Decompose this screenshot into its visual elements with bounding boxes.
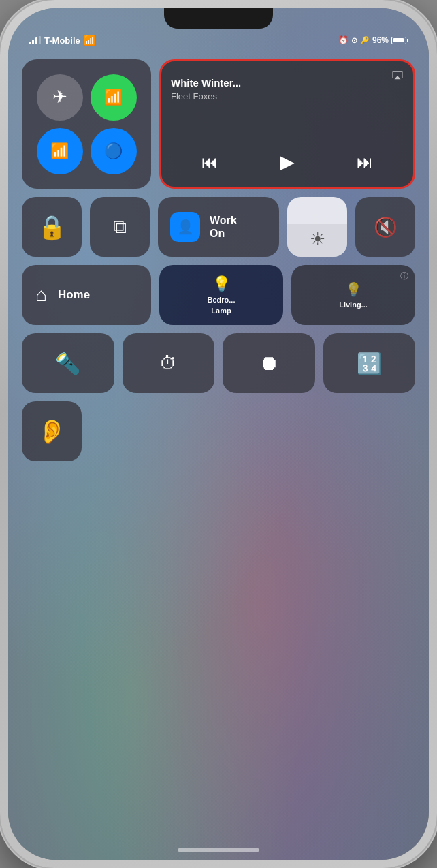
track-artist: Fleet Foxes xyxy=(171,91,404,102)
living-tile[interactable]: ⓘ 💡 Living... xyxy=(291,265,415,325)
airplane-icon: ✈ xyxy=(52,87,67,108)
airplane-mode-btn[interactable]: ✈ xyxy=(33,70,86,124)
prev-button[interactable]: ⏮ xyxy=(201,153,218,172)
battery-percent: 96% xyxy=(372,35,389,45)
screen-mirror-tile[interactable]: ⧉ xyxy=(90,197,150,257)
signal-bar-4 xyxy=(39,36,41,44)
screen-lock-tile[interactable]: 🔒 xyxy=(22,197,82,257)
screen-lock-icon: 🔒 xyxy=(37,213,66,241)
flashlight-tile[interactable]: 🔦 xyxy=(22,333,114,393)
row-2: 🔒 ⧉ 👤 Work On xyxy=(22,197,415,257)
home-tile[interactable]: ⌂ Home xyxy=(22,265,151,325)
phone-screen: T-Mobile 📶 ⏰ ⊙ 🔑 96% xyxy=(8,8,429,860)
control-center: ✈ 📶 📶 🔵 xyxy=(22,59,415,461)
airplane-circle: ✈ xyxy=(37,74,83,121)
location-icon: ⊙ xyxy=(351,36,357,45)
hearing-icon: 👂 xyxy=(37,418,66,445)
airplay-icon[interactable] xyxy=(391,69,404,85)
screen-record-icon: ⏺ xyxy=(259,352,279,375)
wifi-icon: 📶 xyxy=(84,35,95,46)
bluetooth-btn[interactable]: 🔵 xyxy=(86,124,140,178)
work-on-tile[interactable]: 👤 Work On xyxy=(158,197,279,257)
carrier-label: T-Mobile xyxy=(44,35,80,46)
signal-bar-1 xyxy=(29,42,31,44)
play-button[interactable]: ▶ xyxy=(280,151,295,173)
screen-record-tile[interactable]: ⏺ xyxy=(223,333,315,393)
home-icon: ⌂ xyxy=(35,284,47,306)
notch xyxy=(164,8,273,29)
calculator-tile[interactable]: 🔢 xyxy=(323,333,416,393)
timer-tile[interactable]: ⏱ xyxy=(123,333,215,393)
row-5: 👂 xyxy=(22,401,415,461)
phone-frame: T-Mobile 📶 ⏰ ⊙ 🔑 96% xyxy=(0,0,437,868)
status-left: T-Mobile 📶 xyxy=(29,35,95,46)
battery-tip xyxy=(407,39,408,42)
key-icon: 🔑 xyxy=(360,36,370,45)
work-icon-circle: 👤 xyxy=(170,212,200,242)
work-icon: 👤 xyxy=(177,219,194,235)
row-4: 🔦 ⏱ ⏺ 🔢 xyxy=(22,333,415,393)
mute-tile[interactable]: 🔇 xyxy=(355,197,415,257)
screen-mirror-icon: ⧉ xyxy=(113,216,127,238)
hotspot-circle: 📶 xyxy=(91,74,137,121)
hotspot-btn[interactable]: 📶 xyxy=(86,70,140,124)
info-badge-icon: ⓘ xyxy=(400,270,408,282)
timer-icon: ⏱ xyxy=(159,353,177,374)
next-button[interactable]: ⏭ xyxy=(357,153,373,172)
living-label: Living... xyxy=(339,300,368,309)
work-text: Work On xyxy=(210,214,237,240)
mute-icon: 🔇 xyxy=(374,216,398,238)
work-label-line1: Work xyxy=(210,214,237,227)
battery-fill xyxy=(393,38,404,42)
living-bulb-icon: 💡 xyxy=(345,281,362,298)
home-label: Home xyxy=(58,288,90,302)
signal-bar-2 xyxy=(32,40,34,44)
alarm-icon: ⏰ xyxy=(338,35,349,45)
brightness-tile[interactable]: ☀ xyxy=(287,197,347,257)
now-playing-tile[interactable]: White Winter... Fleet Foxes ⏮ ▶ ⏭ xyxy=(159,59,415,189)
track-title: White Winter... xyxy=(171,76,404,90)
bedroom-label-line1: Bedro... xyxy=(208,296,236,304)
wifi-symbol-icon: 📶 xyxy=(50,142,69,160)
flashlight-icon: 🔦 xyxy=(55,352,80,375)
row-3: ⌂ Home 💡 Bedro... Lamp ⓘ 💡 Living... xyxy=(22,265,415,325)
work-label-line2: On xyxy=(210,227,237,240)
media-controls: ⏮ ▶ ⏭ xyxy=(171,146,404,177)
signal-bars xyxy=(29,36,41,44)
row-1: ✈ 📶 📶 🔵 xyxy=(22,59,415,189)
bluetooth-circle: 🔵 xyxy=(91,128,137,174)
wifi-btn[interactable]: 📶 xyxy=(33,124,86,178)
track-info: White Winter... Fleet Foxes xyxy=(171,76,404,102)
home-indicator[interactable] xyxy=(178,848,259,852)
bedroom-label-line2: Lamp xyxy=(211,307,231,315)
connectivity-tile[interactable]: ✈ 📶 📶 🔵 xyxy=(22,59,151,189)
status-right: ⏰ ⊙ 🔑 96% xyxy=(338,35,408,45)
wifi-circle: 📶 xyxy=(37,128,83,174)
signal-bar-3 xyxy=(35,37,37,44)
battery-body xyxy=(391,37,406,44)
battery-icon xyxy=(391,37,408,44)
bedroom-lamp-tile[interactable]: 💡 Bedro... Lamp xyxy=(159,265,283,325)
bedroom-bulb-icon: 💡 xyxy=(212,275,231,293)
calculator-icon: 🔢 xyxy=(357,352,382,375)
brightness-icon: ☀ xyxy=(310,229,325,250)
status-bar: T-Mobile 📶 ⏰ ⊙ 🔑 96% xyxy=(29,32,408,48)
hearing-tile[interactable]: 👂 xyxy=(22,401,82,461)
hotspot-icon: 📶 xyxy=(104,89,123,106)
bluetooth-icon: 🔵 xyxy=(104,142,123,160)
